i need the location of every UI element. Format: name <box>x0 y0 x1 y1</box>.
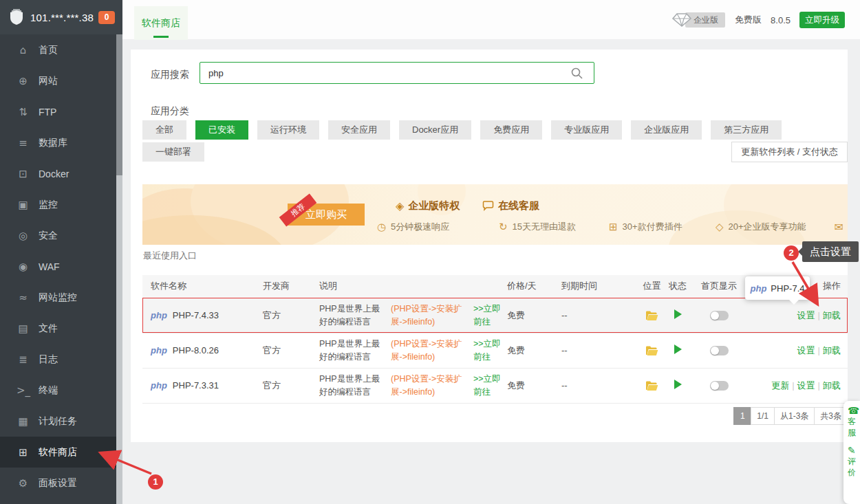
category-security-apps[interactable]: 安全应用 <box>328 120 390 140</box>
category-one-click-deploy[interactable]: 一键部署 <box>142 142 204 162</box>
col-status: 状态 <box>664 275 691 298</box>
update-software-list-button[interactable]: 更新软件列表 / 支付状态 <box>731 142 848 162</box>
expire-time: -- <box>550 298 640 333</box>
uninstall-link[interactable]: 卸载 <box>823 345 841 355</box>
upgrade-now-button[interactable]: 立即升级 <box>799 12 845 28</box>
open-folder-icon[interactable] <box>645 381 658 391</box>
sidebar-item-files[interactable]: ▤文件 <box>0 313 116 344</box>
sidebar-item-panel-settings[interactable]: ⚙面板设置 <box>0 468 116 498</box>
feature-fast-response: ◷ 5分钟极速响应 <box>377 221 449 233</box>
col-vendor: 开发商 <box>255 275 311 298</box>
sidebar-item-terminal[interactable]: >_终端 <box>0 375 116 406</box>
open-folder-icon[interactable] <box>645 311 658 321</box>
uninstall-link[interactable]: 卸载 <box>823 310 841 320</box>
feature-exclusive-functions: ◇ 20+企业版专享功能 <box>716 221 806 233</box>
running-status-icon[interactable] <box>674 344 682 354</box>
app-store-grid-icon: ⊞ <box>17 446 30 459</box>
settings-link[interactable]: 设置 <box>797 380 815 391</box>
home-display-toggle[interactable] <box>710 346 729 355</box>
sidebar-item-security[interactable]: ◎安全 <box>0 220 116 251</box>
tab-app-store[interactable]: 软件商店 <box>134 6 188 40</box>
gem-icon: ◈ <box>396 199 404 212</box>
sidebar-menu: ⌂首页 ⊕网站 ⇅FTP ≡数据库 ⊡Docker ▣监控 ◎安全 ◉WAF ≈… <box>0 34 116 498</box>
table-row-php-7-3-31: phpPHP-7.3.31 官方 PHP是世界上最好的编程语言(PHP设置->安… <box>142 368 848 403</box>
sidebar-scrollbar-thumb[interactable] <box>116 34 122 175</box>
website-globe-icon: ⊕ <box>17 75 30 87</box>
php-logo-icon: php <box>151 310 167 320</box>
category-runtime[interactable]: 运行环境 <box>257 120 319 140</box>
software-name: PHP-7.4.33 <box>173 310 219 320</box>
home-icon: ⌂ <box>17 44 30 56</box>
description: PHP是世界上最好的编程语言 <box>319 303 385 327</box>
sidebar-item-home[interactable]: ⌂首页 <box>0 34 116 65</box>
vendor: 官方 <box>255 298 311 333</box>
page-total: 共3条 <box>814 407 848 425</box>
description-note: (PHP设置->安装扩展->fileinfo) <box>391 373 468 397</box>
col-software-name: 软件名称 <box>142 275 255 298</box>
sidebar-item-docker[interactable]: ⊡Docker <box>0 158 116 189</box>
customer-service-button[interactable]: ☎ 客服 <box>843 401 860 441</box>
category-pro-apps[interactable]: 专业版应用 <box>551 120 622 140</box>
sidebar-item-website[interactable]: ⊕网站 <box>0 65 116 96</box>
enterprise-promo-banner: 立即购买 推荐 ◈ 企业版特权 在线客服 ◷ 5分钟极速响应 ↻ 15天无理由退… <box>142 184 848 245</box>
feedback-button[interactable]: ✎ 评价 <box>843 441 860 481</box>
buy-now-button[interactable]: 立即购买 推荐 <box>288 204 365 226</box>
feature-refund: ↻ 15天无理由退款 <box>499 221 576 233</box>
plugin-icon: ⊞ <box>609 221 618 233</box>
app-store-panel: 应用搜索 应用分类 全部 已安装 运行环境 安全应用 Docker应用 免费应用… <box>131 50 848 442</box>
terminal-icon: >_ <box>17 384 30 397</box>
category-free-apps[interactable]: 免费应用 <box>480 120 542 140</box>
category-label: 应用分类 <box>151 105 189 118</box>
recent-entry-label: 最近使用入口 <box>143 250 197 262</box>
running-status-icon[interactable] <box>674 309 682 319</box>
settings-link[interactable]: 设置 <box>797 345 815 355</box>
sidebar-item-cron[interactable]: ▦计划任务 <box>0 406 116 437</box>
server-ip[interactable]: 101.***.***.38 <box>30 12 94 23</box>
go-now-link[interactable]: >>立即前往 <box>473 338 504 362</box>
sidebar-item-waf[interactable]: ◉WAF <box>0 251 116 282</box>
col-description: 说明 <box>311 275 506 298</box>
uninstall-link[interactable]: 卸载 <box>823 380 841 391</box>
pagination: 1 1/1 从1-3条 共3条 <box>734 407 848 425</box>
category-installed[interactable]: 已安装 <box>195 120 248 140</box>
open-folder-icon[interactable] <box>645 346 658 356</box>
table-row-php-8-0-26: phpPHP-8.0.26 官方 PHP是世界上最好的编程语言(PHP设置->安… <box>142 333 848 368</box>
panel-version: 8.0.5 <box>771 15 791 25</box>
message-count-badge[interactable]: 0 <box>98 11 115 24</box>
customer-service-icon: ☎ <box>848 405 860 416</box>
sidebar-item-monitor[interactable]: ▣监控 <box>0 189 116 220</box>
sidebar-item-app-store[interactable]: ⊞软件商店 <box>0 437 116 468</box>
category-all[interactable]: 全部 <box>142 120 186 140</box>
home-display-toggle[interactable] <box>710 381 729 391</box>
database-icon: ≡ <box>17 137 30 149</box>
update-link[interactable]: 更新 <box>771 380 789 391</box>
security-shield-icon: ◎ <box>17 230 30 242</box>
category-thirdparty-apps[interactable]: 第三方应用 <box>711 120 782 140</box>
php-logo-icon: php <box>151 380 167 391</box>
envelope-icon[interactable]: ✉ <box>835 221 843 234</box>
online-service-link[interactable]: 在线客服 <box>482 199 539 212</box>
sidebar: 101.***.***.38 0 ⌂首页 ⊕网站 ⇅FTP ≡数据库 ⊡Dock… <box>0 0 122 504</box>
sidebar-item-logs[interactable]: ≣日志 <box>0 344 116 375</box>
sidebar-item-site-monitor[interactable]: ≈网站监控 <box>0 282 116 313</box>
table-row-php-7-4-33: phpPHP-7.4.33 官方 PHP是世界上最好的编程语言(PHP设置->安… <box>142 298 848 333</box>
refund-icon: ↻ <box>499 221 508 233</box>
search-input[interactable] <box>200 62 594 84</box>
go-now-link[interactable]: >>立即前往 <box>473 303 504 327</box>
floating-side-widget: ☎ 客服 ✎ 评价 <box>843 401 860 504</box>
sidebar-item-ftp[interactable]: ⇅FTP <box>0 96 116 127</box>
running-status-icon[interactable] <box>674 380 682 389</box>
description-note: (PHP设置->安装扩展->fileinfo) <box>391 303 468 327</box>
settings-link[interactable]: 设置 <box>797 310 815 320</box>
col-expire: 到期时间 <box>550 275 640 298</box>
category-enterprise-apps[interactable]: 企业版应用 <box>631 120 702 140</box>
page-1-button[interactable]: 1 <box>733 407 751 425</box>
go-now-link[interactable]: >>立即前往 <box>473 373 504 397</box>
edition-gem-icon <box>671 12 692 28</box>
sidebar-item-database[interactable]: ≡数据库 <box>0 127 116 158</box>
site-monitor-wave-icon: ≈ <box>17 292 30 304</box>
home-display-toggle[interactable] <box>710 311 729 320</box>
price: 免费 <box>506 298 550 333</box>
search-icon[interactable] <box>571 67 583 79</box>
category-docker-apps[interactable]: Docker应用 <box>399 120 471 140</box>
